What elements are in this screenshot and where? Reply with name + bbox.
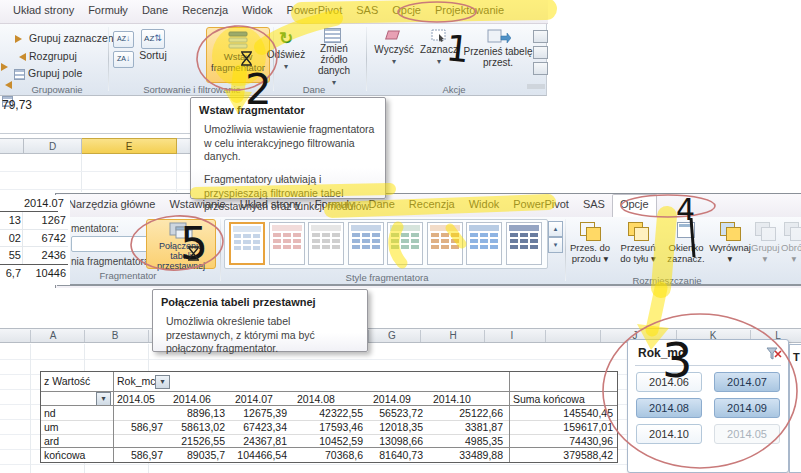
tooltip-body: Umożliwia określenie tabel przestawnych,… [161, 315, 359, 356]
sort-button[interactable]: AZ Sortuj [134, 29, 172, 61]
group-arrow-icon [15, 35, 26, 43]
tab-powerpivot[interactable]: PowerPivot [280, 0, 350, 24]
group-field-button[interactable]: Grupuj pole [14, 67, 82, 80]
group-selection-button[interactable]: Grupuj zaznaczenie [15, 32, 122, 44]
gallery-up-button[interactable]: ▴ [548, 221, 563, 237]
slicer-style-thumbnail[interactable] [427, 222, 463, 265]
style-header-bar [272, 225, 302, 231]
select-button[interactable]: Zaznacz ▾ [418, 28, 460, 66]
tab-projektowanie[interactable]: Projektowanie [428, 0, 511, 24]
clear-filter-icon[interactable] [766, 347, 782, 361]
sort-za-icon[interactable]: ZA [113, 51, 134, 68]
side-cell: 02 [0, 231, 21, 246]
slicer-item-2014-10[interactable]: 2014.10 [636, 424, 702, 444]
pivot-connections-button[interactable]: Połączenia tabeli przestawnej [146, 219, 216, 269]
slicer-item-2014-08[interactable]: 2014.08 [636, 398, 702, 418]
button-label: Wyczyść [372, 44, 416, 55]
move-pivot-button[interactable]: Przenieś tabelę przest. [462, 28, 536, 68]
button-label: Grupuj pole [28, 67, 82, 79]
slicer-item-2014-06[interactable]: 2014.06 [636, 372, 702, 392]
style-row-dashes [431, 245, 459, 249]
style-row-dashes [273, 245, 301, 249]
style-row-dashes [312, 233, 340, 237]
arrange-przesuń[interactable]: Przesuńdo tyłu ▾ [615, 221, 661, 279]
tab-widok[interactable]: Widok [235, 0, 280, 24]
column-separator [420, 330, 421, 342]
button-label: Zmień źródło danych [306, 43, 362, 76]
slicer-icon [228, 31, 248, 49]
change-data-source-button[interactable]: Zmień źródło danych ▾ [306, 28, 362, 87]
pivot-value: 586,97 [113, 421, 163, 434]
arrange-wyrównaj[interactable]: Wyrównaj▾ [709, 221, 751, 279]
column-header-h[interactable]: H [445, 330, 461, 341]
tab-narzędzia-główne[interactable]: Narzędzia główne [61, 194, 162, 218]
column-header-b[interactable]: B [107, 330, 123, 341]
pivot-table: z WartośćRok_mc▾▾2014.052014.062014.0720… [40, 371, 618, 463]
tab-dane[interactable]: Dane [135, 0, 175, 24]
column-header-d[interactable]: D [24, 138, 82, 154]
pivot-value: 3381,87 [429, 421, 503, 434]
pivot-value: 33489,88 [429, 449, 503, 462]
cell-border [0, 211, 58, 212]
slicer-style-thumbnail[interactable] [466, 222, 502, 265]
tab-opcje[interactable]: Opcje [612, 194, 657, 218]
cut-icon [533, 30, 548, 43]
tab-widok[interactable]: Widok [462, 194, 507, 218]
pivot-field-dropdown[interactable]: ▾ [155, 375, 170, 389]
pivot-row-label: nd [44, 407, 56, 420]
button-label: Przenieś tabelę przest. [462, 46, 534, 68]
side-cell: 6742 [24, 231, 66, 246]
insert-slicer-button[interactable]: Wstaw fragmentator [206, 27, 270, 83]
pivot-border [41, 391, 617, 392]
side-cell: 2014.07 [24, 196, 58, 211]
arrange-przes-do[interactable]: Przes. doprzodu ▾ [567, 221, 613, 279]
column-header-i[interactable]: I [504, 330, 520, 341]
tab-układ-strony[interactable]: Układ strony [6, 0, 81, 24]
style-row-dashes [352, 233, 380, 237]
tab-recenzja[interactable]: Recenzja [402, 194, 462, 218]
row-header-corner[interactable] [0, 138, 24, 154]
style-row-dashes [510, 233, 538, 237]
slicer-item-2014-09[interactable]: 2014.09 [714, 398, 780, 418]
data-source-icon [324, 28, 341, 43]
clear-button[interactable]: Wyczyść ▾ [372, 28, 416, 66]
style-row-dashes [234, 240, 260, 244]
column-header-g[interactable]: G [384, 330, 400, 341]
ribbon-top: Grupuj zaznaczenie Rozgrupuj Grupuj pole… [0, 24, 547, 96]
style-row-dashes [234, 234, 260, 238]
column-header-a[interactable]: A [45, 330, 61, 341]
slicer-separator [635, 365, 781, 366]
refresh-button[interactable]: ↻ Odśwież ▾ [266, 28, 306, 71]
arrange-icon [782, 221, 801, 241]
button-label: Wstaw fragmentator [208, 51, 268, 73]
tab-sas[interactable]: SAS [349, 0, 385, 24]
slicer-style-thumbnail[interactable] [506, 222, 542, 265]
slicer-style-thumbnail[interactable] [269, 222, 305, 265]
style-header-bar [390, 225, 420, 231]
slicer-items: 2014.062014.072014.082014.092014.102014.… [628, 370, 790, 470]
tab-formuły[interactable]: Formuły [81, 0, 135, 24]
ungroup-button[interactable]: Rozgrupuj [15, 50, 77, 62]
slicer-settings-button-cut[interactable]: nia fragmentatora [71, 256, 149, 267]
tab-powerpivot[interactable]: PowerPivot [506, 194, 576, 218]
pivot-value: 159617,01 [509, 421, 613, 434]
tooltip-insert-slicer: Wstaw fragmentator Umożliwia wstawienie … [190, 97, 386, 199]
gallery-down-button[interactable]: ▾ [548, 237, 563, 253]
slicer-style-thumbnail[interactable] [229, 222, 265, 265]
column-header-e[interactable]: E [82, 138, 177, 154]
tab-sas[interactable]: SAS [576, 194, 612, 218]
screenshot-canvas: ABEFGHIJKL z WartośćRok_mc▾▾2014.052014.… [0, 0, 801, 473]
row-labels-dropdown[interactable]: ▾ [96, 392, 111, 406]
slicer-style-thumbnail[interactable] [348, 222, 384, 265]
dropdown-arrow-icon: ▾ [392, 57, 396, 66]
slicer-item-2014-07[interactable]: 2014.07 [714, 372, 780, 392]
group-divider [108, 27, 109, 91]
slicer-item-2014-05: 2014.05 [714, 424, 780, 444]
slicer-style-thumbnail[interactable] [387, 222, 423, 265]
tab-recenzja[interactable]: Recenzja [175, 0, 235, 24]
sort-az-icon[interactable]: AZ [113, 31, 134, 48]
arrange-okienko[interactable]: Okienkozaznacz. [663, 221, 709, 279]
tab-opcje[interactable]: Opcje [385, 0, 428, 24]
pivot-row-label: um [44, 421, 59, 434]
slicer-style-thumbnail[interactable] [308, 222, 344, 265]
